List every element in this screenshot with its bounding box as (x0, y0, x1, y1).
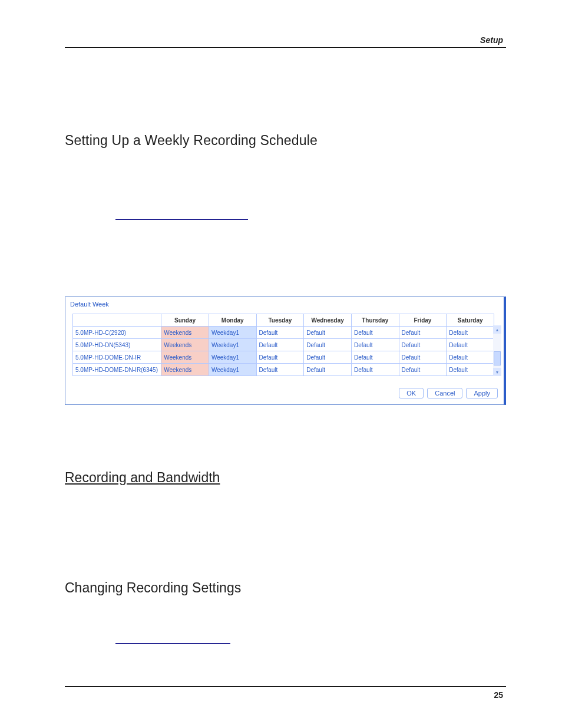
schedule-table: Sunday Monday Tuesday Wednesday Thursday… (72, 314, 494, 376)
scroll-thumb[interactable] (494, 351, 501, 365)
schedule-cell[interactable]: Default (351, 339, 399, 351)
schedule-cell[interactable]: Default (399, 351, 447, 364)
schedule-cell[interactable]: Default (304, 351, 352, 364)
schedule-cell[interactable]: Default (256, 364, 304, 376)
scroll-up-arrow-icon[interactable]: ▴ (493, 325, 501, 334)
default-week-panel: Default Week Sunday Monday Tuesday Wedne… (65, 297, 506, 405)
schedule-cell[interactable]: Default (351, 351, 399, 364)
schedule-cell[interactable]: Weekends (161, 364, 209, 376)
schedule-cell[interactable]: Default (447, 351, 494, 364)
heading-changing-recording-settings: Changing Recording Settings (65, 580, 506, 596)
table-header-row: Sunday Monday Tuesday Wednesday Thursday… (73, 314, 494, 327)
heading-weekly-schedule: Setting Up a Weekly Recording Schedule (65, 133, 506, 149)
page-number: 25 (494, 690, 503, 700)
col-header-blank (73, 314, 161, 327)
schedule-cell[interactable]: Weekday1 (209, 351, 256, 364)
schedule-cell[interactable]: Default (447, 339, 494, 351)
camera-name-cell[interactable]: 5.0MP-HD-DOME-DN-IR(6345) (73, 364, 161, 376)
schedule-cell[interactable]: Default (256, 339, 304, 351)
schedule-cell[interactable]: Default (304, 339, 352, 351)
footer-rule (65, 686, 506, 687)
header-section-label: Setup (480, 35, 503, 45)
col-header-sunday[interactable]: Sunday (161, 314, 209, 327)
heading-recording-bandwidth: Recording and Bandwidth (65, 470, 506, 486)
schedule-cell[interactable]: Default (447, 327, 494, 339)
camera-name-cell[interactable]: 5.0MP-HD-DN(5343) (73, 339, 161, 351)
schedule-cell[interactable]: Default (304, 364, 352, 376)
panel-title: Default Week (65, 297, 504, 314)
col-header-thursday[interactable]: Thursday (351, 314, 399, 327)
camera-name-cell[interactable]: 5.0MP-HD-DOME-DN-IR (73, 351, 161, 364)
table-row: 5.0MP-HD-C(2920) Weekends Weekday1 Defau… (73, 327, 494, 339)
schedule-cell[interactable]: Default (399, 339, 447, 351)
schedule-cell[interactable]: Default (256, 327, 304, 339)
document-page: Setup Setting Up a Weekly Recording Sche… (0, 0, 562, 728)
schedule-grid-wrap: Sunday Monday Tuesday Wednesday Thursday… (65, 314, 504, 384)
schedule-cell[interactable]: Default (447, 364, 494, 376)
schedule-cell[interactable]: Weekends (161, 339, 209, 351)
vertical-scrollbar[interactable]: ▴ ▾ (493, 325, 501, 376)
col-header-tuesday[interactable]: Tuesday (256, 314, 304, 327)
schedule-cell[interactable]: Weekday1 (209, 364, 256, 376)
link-underline-placeholder-2 (115, 643, 230, 644)
col-header-monday[interactable]: Monday (209, 314, 256, 327)
ok-button[interactable]: OK (399, 388, 424, 398)
schedule-cell[interactable]: Weekends (161, 351, 209, 364)
schedule-cell[interactable]: Default (399, 364, 447, 376)
table-row: 5.0MP-HD-DOME-DN-IR Weekends Weekday1 De… (73, 351, 494, 364)
scroll-down-arrow-icon[interactable]: ▾ (493, 368, 501, 376)
col-header-wednesday[interactable]: Wednesday (304, 314, 352, 327)
link-underline-placeholder-1 (115, 219, 248, 220)
col-header-saturday[interactable]: Saturday (447, 314, 494, 327)
camera-name-cell[interactable]: 5.0MP-HD-C(2920) (73, 327, 161, 339)
schedule-cell[interactable]: Weekends (161, 327, 209, 339)
col-header-friday[interactable]: Friday (399, 314, 447, 327)
header-rule (65, 47, 506, 48)
schedule-cell[interactable]: Weekday1 (209, 339, 256, 351)
cancel-button[interactable]: Cancel (427, 388, 462, 398)
apply-button[interactable]: Apply (466, 388, 498, 398)
schedule-cell[interactable]: Weekday1 (209, 327, 256, 339)
schedule-cell[interactable]: Default (351, 364, 399, 376)
schedule-cell[interactable]: Default (351, 327, 399, 339)
dialog-button-row: OK Cancel Apply (65, 384, 504, 404)
table-row: 5.0MP-HD-DN(5343) Weekends Weekday1 Defa… (73, 339, 494, 351)
schedule-cell[interactable]: Default (256, 351, 304, 364)
table-row: 5.0MP-HD-DOME-DN-IR(6345) Weekends Weekd… (73, 364, 494, 376)
schedule-cell[interactable]: Default (304, 327, 352, 339)
schedule-cell[interactable]: Default (399, 327, 447, 339)
body-content: Setting Up a Weekly Recording Schedule D… (65, 133, 506, 644)
